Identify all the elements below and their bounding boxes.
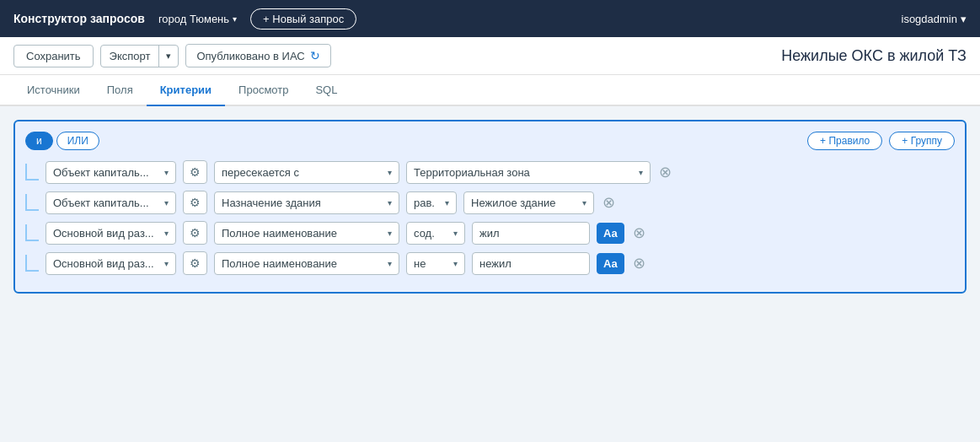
new-query-button[interactable]: + Новый запрос bbox=[250, 8, 356, 30]
gear-button-2[interactable]: ⚙ bbox=[183, 191, 207, 214]
compare-select-3[interactable]: сод. ▾ bbox=[406, 222, 465, 245]
rule-row: Основной вид раз... ▾ ⚙ Полное наименова… bbox=[25, 221, 955, 245]
logic-left: и ИЛИ bbox=[25, 132, 99, 150]
logic-row: и ИЛИ + Правило + Группу bbox=[25, 132, 955, 150]
value-input-4[interactable] bbox=[472, 252, 590, 275]
remove-rule-2[interactable]: ⊗ bbox=[601, 191, 617, 213]
main-content: и ИЛИ + Правило + Группу Объект капиталь… bbox=[0, 106, 980, 307]
operator-select-1[interactable]: пересекается с ▾ bbox=[214, 161, 399, 184]
export-main[interactable]: Экспорт bbox=[101, 46, 160, 67]
published-button[interactable]: Опубликовано в ИАС ↻ bbox=[185, 44, 330, 67]
gear-button-4[interactable]: ⚙ bbox=[183, 251, 207, 275]
rule-indent bbox=[25, 164, 39, 181]
city-name: город Тюмень bbox=[158, 13, 229, 25]
page-title: Нежилые ОКС в жилой ТЗ bbox=[781, 47, 967, 65]
rule-indent bbox=[25, 194, 39, 211]
case-sensitive-4[interactable]: Aa bbox=[597, 253, 624, 274]
rule-row: Объект капиталь... ▾ ⚙ пересекается с ▾ … bbox=[25, 160, 955, 184]
remove-rule-3[interactable]: ⊗ bbox=[631, 222, 647, 244]
source-select-2[interactable]: Объект капиталь... ▾ bbox=[46, 191, 176, 214]
source-select-4[interactable]: Основной вид раз... ▾ bbox=[46, 252, 176, 275]
case-sensitive-3[interactable]: Aa bbox=[597, 223, 624, 244]
compare-select-4[interactable]: не ▾ bbox=[406, 252, 465, 275]
gear-button-3[interactable]: ⚙ bbox=[183, 221, 207, 245]
city-chevron: ▾ bbox=[233, 14, 237, 24]
logic-and-button[interactable]: и bbox=[25, 132, 53, 150]
add-group-button[interactable]: + Группу bbox=[889, 132, 955, 150]
app-title: Конструктор запросов bbox=[13, 12, 145, 25]
remove-rule-1[interactable]: ⊗ bbox=[657, 161, 673, 183]
export-arrow[interactable]: ▾ bbox=[159, 46, 178, 66]
gear-button-1[interactable]: ⚙ bbox=[183, 160, 207, 184]
export-split-button: Экспорт ▾ bbox=[100, 45, 179, 67]
user-menu[interactable]: isogdadmin ▾ bbox=[902, 13, 967, 25]
rule-indent bbox=[25, 255, 39, 272]
value-select-1[interactable]: Территориальная зона ▾ bbox=[406, 161, 651, 184]
operator-select-2[interactable]: Назначение здания ▾ bbox=[214, 191, 399, 214]
user-chevron: ▾ bbox=[961, 13, 967, 25]
logic-or-button[interactable]: ИЛИ bbox=[56, 132, 99, 150]
criteria-box: и ИЛИ + Правило + Группу Объект капиталь… bbox=[13, 120, 967, 294]
header: Конструктор запросов город Тюмень ▾ + Но… bbox=[0, 0, 980, 37]
value-input-3[interactable] bbox=[472, 222, 590, 245]
tabs-bar: Источники Поля Критерии Просмотр SQL bbox=[0, 75, 980, 106]
remove-rule-4[interactable]: ⊗ bbox=[631, 252, 647, 274]
rule-row: Объект капиталь... ▾ ⚙ Назначение здания… bbox=[25, 191, 955, 214]
source-select-3[interactable]: Основной вид раз... ▾ bbox=[46, 222, 176, 245]
operator-select-4[interactable]: Полное наименование ▾ bbox=[214, 252, 399, 275]
rule-row: Основной вид раз... ▾ ⚙ Полное наименова… bbox=[25, 251, 955, 275]
tab-preview[interactable]: Просмотр bbox=[225, 75, 302, 106]
logic-right: + Правило + Группу bbox=[807, 132, 955, 150]
tab-fields[interactable]: Поля bbox=[94, 75, 147, 106]
tab-sources[interactable]: Источники bbox=[13, 75, 94, 106]
tab-sql[interactable]: SQL bbox=[302, 75, 351, 106]
city-selector[interactable]: город Тюмень ▾ bbox=[158, 13, 237, 25]
username: isogdadmin bbox=[902, 13, 958, 25]
rule-indent bbox=[25, 224, 39, 241]
refresh-icon: ↻ bbox=[310, 49, 320, 62]
source-select-1[interactable]: Объект капиталь... ▾ bbox=[46, 161, 176, 184]
compare-select-2[interactable]: рав. ▾ bbox=[406, 191, 457, 214]
add-rule-button[interactable]: + Правило bbox=[807, 132, 882, 150]
operator-select-3[interactable]: Полное наименование ▾ bbox=[214, 222, 399, 245]
tab-criteria[interactable]: Критерии bbox=[147, 75, 225, 106]
value-select-2[interactable]: Нежилое здание ▾ bbox=[463, 191, 594, 214]
published-label: Опубликовано в ИАС bbox=[196, 50, 304, 62]
save-button[interactable]: Сохранить bbox=[13, 45, 94, 67]
toolbar: Сохранить Экспорт ▾ Опубликовано в ИАС ↻… bbox=[0, 37, 980, 75]
